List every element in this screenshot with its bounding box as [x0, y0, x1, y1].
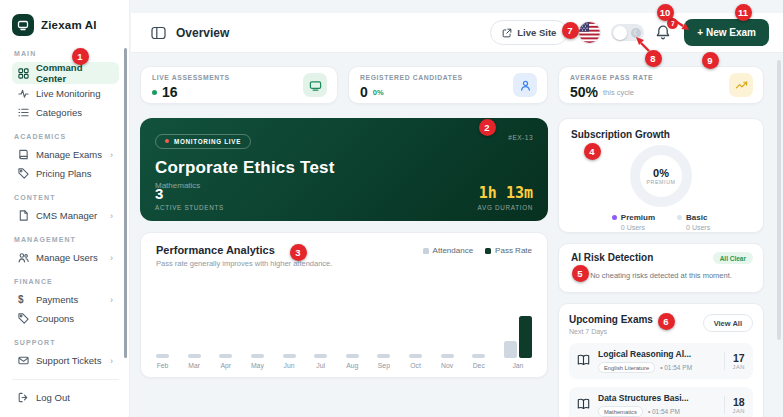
- donut-center-label: PREMIUM: [646, 179, 675, 185]
- annotation-badge-4: 4: [584, 143, 601, 160]
- dashboard-app: Ziexam AI MAIN Command Center Live Monit…: [0, 0, 783, 417]
- logout-icon: [18, 392, 29, 403]
- sidebar-item-label: Coupons: [36, 313, 74, 324]
- dollar-icon: $: [18, 294, 29, 305]
- notifications-button[interactable]: 7: [655, 24, 673, 42]
- sidebar: Ziexam AI MAIN Command Center Live Monit…: [0, 0, 130, 417]
- sidebar-item-command-center[interactable]: Command Center: [12, 62, 119, 84]
- bar-month-label: Jul: [316, 362, 325, 369]
- bar-attendance: [219, 354, 232, 358]
- bar-month-label: Nov: [441, 362, 453, 369]
- monitor-icon: [303, 73, 327, 97]
- exam-row[interactable]: Data Structures Basi... Mathematics • 01…: [569, 387, 753, 417]
- nav-section-content: CONTENT: [14, 194, 119, 201]
- mail-icon: [18, 355, 29, 366]
- sidebar-item-label: Manage Users: [36, 252, 98, 263]
- sidebar-item-label: CMS Manager: [36, 210, 97, 221]
- stat-value: 50%: [570, 84, 598, 100]
- exam-date: 17 JAN: [724, 352, 745, 370]
- nav-section-support: SUPPORT: [14, 339, 119, 346]
- bar-group: Jan: [504, 282, 532, 369]
- new-exam-button[interactable]: + New Exam: [684, 19, 769, 46]
- sidebar-item-categories[interactable]: Categories: [12, 103, 119, 122]
- sidebar-item-label: Payments: [36, 294, 78, 305]
- logout-button[interactable]: Log Out: [12, 388, 119, 407]
- activity-icon: [18, 88, 29, 99]
- bar-group: Mar: [188, 282, 201, 369]
- language-flag-us-icon[interactable]: [579, 22, 600, 43]
- live-site-button[interactable]: Live Site: [490, 20, 568, 45]
- nav-section-finance: FINANCE: [14, 278, 119, 285]
- bar-group: Oct: [409, 282, 422, 369]
- bar-attendance: [314, 354, 327, 358]
- legend-basic: Basic 0 Users: [677, 213, 710, 231]
- bar-group: May: [251, 282, 264, 369]
- exam-title: Data Structures Basi...: [598, 393, 716, 403]
- bar-month-label: May: [251, 362, 264, 369]
- sidebar-item-live-monitoring[interactable]: Live Monitoring: [12, 84, 119, 103]
- premium-dot: [612, 215, 617, 220]
- sidebar-item-manage-exams[interactable]: Manage Exams ›: [12, 145, 119, 164]
- nav-section-management: MANAGEMENT: [14, 236, 119, 243]
- stat-card-registered-candidates: REGISTERED CANDIDATES 0 0%: [348, 66, 548, 104]
- view-all-button[interactable]: View All: [703, 314, 753, 332]
- sidebar-item-payments[interactable]: $ Payments ›: [12, 290, 119, 309]
- performance-analytics-card: Performance Analytics Pass rate generall…: [140, 232, 548, 378]
- bar-pass-rate: [519, 316, 532, 358]
- bar-attendance: [156, 354, 169, 358]
- annotation-badge-11: 11: [735, 4, 752, 21]
- sidebar-scrollbar[interactable]: [124, 48, 127, 358]
- list-icon: [18, 107, 29, 118]
- sidebar-item-pricing-plans[interactable]: Pricing Plans: [12, 164, 119, 183]
- ai-risk-detection-card: AI Risk Detection All Clear No cheating …: [558, 243, 764, 293]
- bar-group: Sep: [377, 282, 390, 369]
- sidebar-item-support-tickets[interactable]: Support Tickets ›: [12, 351, 119, 370]
- chevron-right-icon: ›: [110, 253, 113, 263]
- bar-attendance: [251, 354, 264, 358]
- bar-month-label: Feb: [157, 362, 169, 369]
- exam-date: 18 JAN: [724, 396, 745, 414]
- grid-icon: [18, 68, 29, 79]
- bar-attendance: [409, 354, 422, 358]
- bar-month-label: Jan: [512, 362, 523, 369]
- bar-attendance: [377, 354, 390, 358]
- stat-sub: 0%: [373, 88, 384, 97]
- bar-group: Dec: [472, 282, 485, 369]
- stat-card-live-assessments: LIVE ASSESSMENTS 16: [140, 66, 338, 104]
- chart-legend: Attendance Pass Rate: [423, 244, 532, 268]
- theme-toggle[interactable]: ☾: [611, 24, 644, 41]
- page-scrollbar[interactable]: [777, 60, 781, 340]
- bar-group: Nov: [441, 282, 454, 369]
- stat-card-average-pass-rate: AVERAGE PASS RATE 50% this cycle: [558, 66, 764, 104]
- subscription-donut-chart: 0% PREMIUM: [630, 145, 692, 207]
- open-book-icon: [577, 396, 590, 414]
- stat-sub: this cycle: [603, 88, 634, 97]
- sidebar-toggle-icon[interactable]: [151, 26, 166, 40]
- annotation-badge-10: 10: [657, 4, 674, 21]
- coupon-icon: [18, 313, 29, 324]
- live-dot: [152, 90, 157, 95]
- bar-month-label: Jun: [284, 362, 295, 369]
- annotation-badge-6: 6: [658, 313, 675, 330]
- sidebar-item-label: Live Monitoring: [36, 88, 100, 99]
- moon-icon: ☾: [631, 28, 641, 38]
- bar-group: Aug: [346, 282, 359, 369]
- active-students-value: 3: [155, 185, 224, 202]
- subscription-growth-card: Subscription Growth 0% PREMIUM Premium 0…: [558, 118, 764, 233]
- legend-pass-rate: Pass Rate: [485, 246, 532, 255]
- bar-month-label: Mar: [188, 362, 200, 369]
- bar-month-label: Oct: [410, 362, 421, 369]
- bar-attendance: [283, 354, 296, 358]
- annotation-badge-9: 9: [702, 52, 719, 69]
- sidebar-item-cms-manager[interactable]: CMS Manager ›: [12, 206, 119, 225]
- premium-users: 0 Users: [621, 224, 655, 231]
- sidebar-item-manage-users[interactable]: Manage Users ›: [12, 248, 119, 267]
- upcoming-title: Upcoming Exams: [569, 314, 653, 325]
- annotation-badge-5: 5: [572, 265, 589, 282]
- exam-title: Logical Reasoning Al...: [598, 349, 716, 359]
- active-students-label: ACTIVE STUDENTS: [155, 204, 224, 211]
- sidebar-item-coupons[interactable]: Coupons: [12, 309, 119, 328]
- bar-month-label: Apr: [220, 362, 231, 369]
- sidebar-item-label: Manage Exams: [36, 149, 102, 160]
- exam-row[interactable]: Logical Reasoning Al... English Literatu…: [569, 343, 753, 379]
